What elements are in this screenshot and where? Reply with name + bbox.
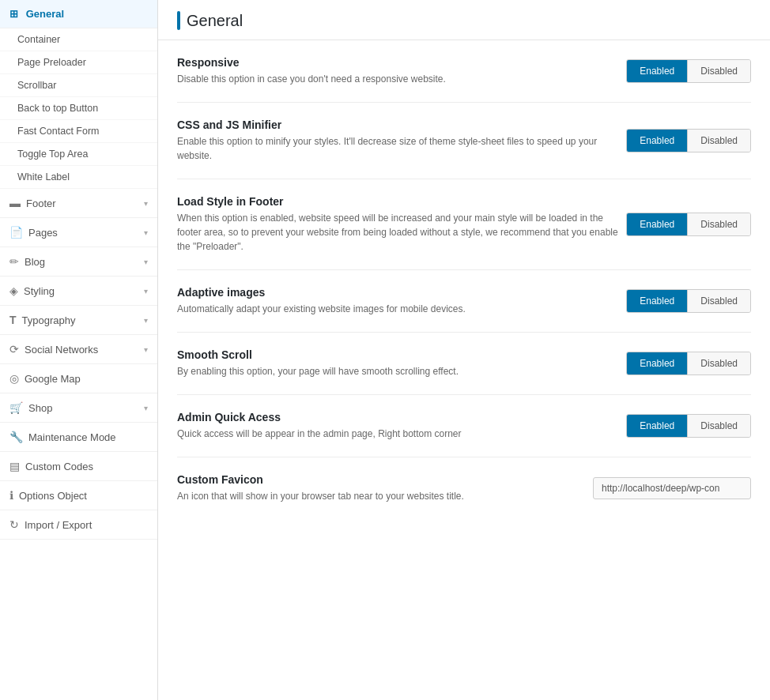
setting-row-load-style-footer: Load Style in FooterWhen this option is … [177, 179, 751, 270]
setting-row-adaptive-images: Adaptive imagesAutomatically adapt your … [177, 270, 751, 333]
options-object-icon: ℹ [9, 489, 13, 502]
sidebar-section-shop[interactable]: 🛒 Shop ▾ [0, 393, 157, 423]
enabled-button-admin-quick-access[interactable]: Enabled [627, 415, 687, 437]
footer-icon: ▬ [9, 197, 21, 209]
social-networks-chevron: ▾ [144, 345, 148, 354]
sidebar-section-maintenance-mode[interactable]: 🔧 Maintenance Mode [0, 423, 157, 452]
styling-icon: ◈ [9, 284, 18, 297]
disabled-button-admin-quick-access[interactable]: Disabled [687, 415, 750, 437]
page-title: General [177, 11, 751, 30]
page-header: General [158, 0, 770, 40]
setting-label-responsive: Responsive [177, 56, 626, 69]
setting-label-smooth-scroll: Smooth Scroll [177, 348, 626, 361]
sidebar-section-general[interactable]: ⊞ General [0, 0, 157, 28]
import-export-icon: ↻ [9, 518, 19, 531]
setting-label-load-style-footer: Load Style in Footer [177, 195, 626, 208]
sidebar-section-import-export[interactable]: ↻ Import / Export [0, 510, 157, 540]
custom-codes-icon: ▤ [9, 460, 20, 472]
setting-info-css-js-minifier: CSS and JS MinifierEnable this option to… [177, 119, 626, 163]
footer-chevron: ▾ [144, 199, 148, 208]
sidebar-general-label: General [26, 8, 64, 20]
sidebar-item-toggle-top-area[interactable]: Toggle Top Area [0, 143, 157, 166]
sidebar-section-pages[interactable]: 📄 Pages ▾ [0, 218, 157, 247]
general-icon: ⊞ [9, 8, 18, 20]
sidebar-section-styling[interactable]: ◈ Styling ▾ [0, 277, 157, 306]
setting-info-responsive: ResponsiveDisable this option in case yo… [177, 56, 626, 86]
social-networks-icon: ⟳ [9, 343, 19, 356]
disabled-button-css-js-minifier[interactable]: Disabled [687, 130, 750, 152]
sidebar-section-typography[interactable]: T Typography ▾ [0, 306, 157, 335]
typography-icon: T [9, 314, 17, 326]
setting-row-custom-favicon: Custom FaviconAn icon that will show in … [177, 457, 751, 519]
disabled-button-adaptive-images[interactable]: Disabled [687, 290, 750, 312]
pages-icon: 📄 [9, 226, 23, 239]
google-map-icon: ◎ [9, 372, 19, 385]
setting-row-smooth-scroll: Smooth ScrollBy enabling this option, yo… [177, 333, 751, 395]
setting-info-custom-favicon: Custom FaviconAn icon that will show in … [177, 473, 593, 503]
sidebar: ⊞ General Container Page Preloader Scrol… [0, 0, 158, 700]
enabled-button-css-js-minifier[interactable]: Enabled [627, 130, 687, 152]
setting-row-responsive: ResponsiveDisable this option in case yo… [177, 40, 751, 103]
toggle-group-adaptive-images: EnabledDisabled [626, 289, 751, 313]
sidebar-section-blog[interactable]: ✏ Blog ▾ [0, 247, 157, 277]
setting-desc-load-style-footer: When this option is enabled, website spe… [177, 211, 626, 254]
disabled-button-smooth-scroll[interactable]: Disabled [687, 352, 750, 374]
setting-info-smooth-scroll: Smooth ScrollBy enabling this option, yo… [177, 348, 626, 378]
disabled-button-responsive[interactable]: Disabled [687, 60, 750, 82]
toggle-group-load-style-footer: EnabledDisabled [626, 213, 751, 236]
maintenance-mode-icon: 🔧 [9, 431, 23, 443]
sidebar-item-container[interactable]: Container [0, 28, 157, 51]
sidebar-item-fast-contact-form[interactable]: Fast Contact Form [0, 120, 157, 143]
blog-icon: ✏ [9, 255, 19, 268]
sidebar-item-page-preloader[interactable]: Page Preloader [0, 51, 157, 74]
sidebar-item-white-label[interactable]: White Label [0, 166, 157, 189]
sidebar-section-google-map[interactable]: ◎ Google Map [0, 364, 157, 393]
setting-info-load-style-footer: Load Style in FooterWhen this option is … [177, 195, 626, 254]
sidebar-item-scrollbar[interactable]: Scrollbar [0, 74, 157, 97]
setting-label-custom-favicon: Custom Favicon [177, 473, 593, 486]
sidebar-section-options-object[interactable]: ℹ Options Object [0, 481, 157, 510]
sidebar-item-back-to-top[interactable]: Back to top Button [0, 97, 157, 120]
blog-chevron: ▾ [144, 258, 148, 266]
setting-label-adaptive-images: Adaptive images [177, 286, 626, 299]
shop-chevron: ▾ [144, 404, 148, 412]
enabled-button-responsive[interactable]: Enabled [627, 60, 687, 82]
typography-chevron: ▾ [144, 316, 148, 325]
toggle-group-responsive: EnabledDisabled [626, 59, 751, 83]
toggle-group-css-js-minifier: EnabledDisabled [626, 129, 751, 152]
sidebar-section-social-networks[interactable]: ⟳ Social Networks ▾ [0, 335, 157, 364]
setting-row-css-js-minifier: CSS and JS MinifierEnable this option to… [177, 103, 751, 179]
shop-icon: 🛒 [9, 401, 23, 414]
text-input-custom-favicon[interactable] [593, 477, 751, 499]
sidebar-section-custom-codes[interactable]: ▤ Custom Codes [0, 452, 157, 481]
enabled-button-adaptive-images[interactable]: Enabled [627, 290, 687, 312]
setting-desc-responsive: Disable this option in case you don't ne… [177, 72, 626, 86]
setting-desc-custom-favicon: An icon that will show in your browser t… [177, 489, 593, 503]
settings-section: ResponsiveDisable this option in case yo… [158, 40, 770, 519]
setting-info-admin-quick-access: Admin Quick AcessQuick access will be ap… [177, 411, 626, 441]
toggle-group-smooth-scroll: EnabledDisabled [626, 352, 751, 375]
setting-desc-adaptive-images: Automatically adapt your existing websit… [177, 302, 626, 316]
setting-desc-admin-quick-access: Quick access will be appear in the admin… [177, 427, 626, 441]
disabled-button-load-style-footer[interactable]: Disabled [687, 213, 750, 235]
styling-chevron: ▾ [144, 287, 148, 295]
setting-desc-smooth-scroll: By enabling this option, your page will … [177, 364, 626, 378]
sidebar-subitems-general: Container Page Preloader Scrollbar Back … [0, 28, 157, 189]
setting-label-admin-quick-access: Admin Quick Acess [177, 411, 626, 423]
enabled-button-smooth-scroll[interactable]: Enabled [627, 352, 687, 374]
pages-chevron: ▾ [144, 228, 148, 237]
main-content: General ResponsiveDisable this option in… [158, 0, 770, 700]
toggle-group-admin-quick-access: EnabledDisabled [626, 414, 751, 438]
setting-row-admin-quick-access: Admin Quick AcessQuick access will be ap… [177, 395, 751, 457]
sidebar-section-footer[interactable]: ▬ Footer ▾ [0, 189, 157, 218]
setting-desc-css-js-minifier: Enable this option to minify your styles… [177, 134, 626, 163]
setting-label-css-js-minifier: CSS and JS Minifier [177, 119, 626, 131]
setting-info-adaptive-images: Adaptive imagesAutomatically adapt your … [177, 286, 626, 316]
enabled-button-load-style-footer[interactable]: Enabled [627, 213, 687, 235]
